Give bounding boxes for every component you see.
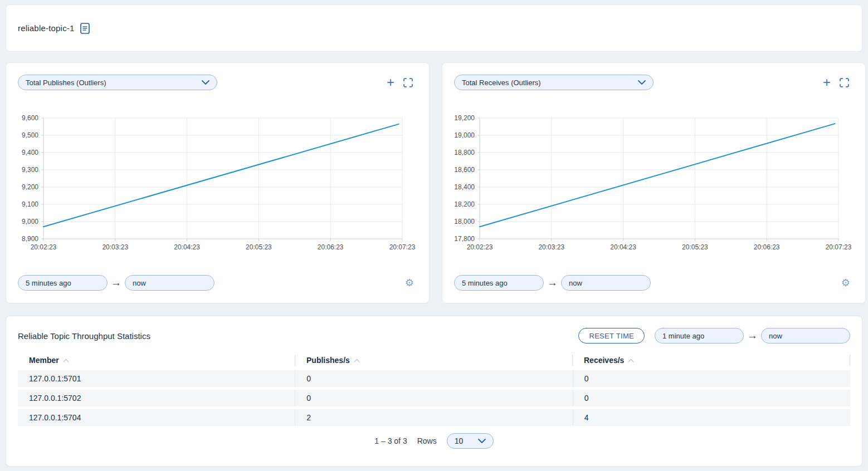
svg-text:18,800: 18,800 — [454, 149, 475, 156]
svg-text:9,000: 9,000 — [22, 218, 38, 225]
svg-text:18,000: 18,000 — [454, 218, 475, 225]
time-to-input[interactable]: now — [561, 275, 651, 291]
reset-time-button[interactable]: RESET TIME — [578, 328, 645, 344]
svg-text:20:02:23: 20:02:23 — [31, 243, 57, 251]
time-to-value: now — [569, 279, 582, 287]
chevron-down-icon — [638, 80, 646, 85]
table-time-to-input[interactable]: now — [761, 328, 850, 344]
cell-member: 127.0.0.1:5704 — [18, 409, 295, 426]
table-row[interactable]: 127.0.0.1:5702 0 0 — [18, 390, 850, 406]
svg-text:9,500: 9,500 — [22, 131, 38, 139]
svg-text:20:05:23: 20:05:23 — [682, 243, 708, 251]
column-header-publishes[interactable]: Publishes/s — [295, 355, 572, 366]
gear-icon[interactable]: ⚙ — [841, 278, 850, 288]
svg-text:20:06:23: 20:06:23 — [754, 243, 780, 251]
column-header-member[interactable]: Member — [18, 355, 295, 366]
cell-publishes: 0 — [295, 370, 572, 387]
metric-select-value: Total Receives (Outliers) — [462, 78, 541, 87]
svg-text:9,600: 9,600 — [22, 114, 38, 122]
line-chart-total-publishes: 8,9009,0009,1009,2009,3009,4009,5009,600… — [18, 114, 417, 254]
svg-text:20:06:23: 20:06:23 — [318, 243, 344, 251]
cell-receives: 0 — [573, 390, 850, 406]
svg-text:17,800: 17,800 — [454, 235, 475, 243]
svg-text:18,600: 18,600 — [454, 166, 475, 174]
add-chart-icon[interactable]: + — [823, 78, 831, 87]
rows-per-page-select[interactable]: 10 — [447, 433, 494, 449]
svg-text:20:05:23: 20:05:23 — [246, 243, 272, 251]
svg-text:20:02:23: 20:02:23 — [467, 243, 493, 251]
rows-per-page-value: 10 — [455, 436, 464, 445]
chart-card-total-receives: Total Receives (Outliers) + 17,80018,000… — [442, 62, 866, 303]
gear-icon[interactable]: ⚙ — [405, 278, 414, 288]
cell-receives: 4 — [573, 409, 850, 426]
metric-select-publishes[interactable]: Total Publishes (Outliers) — [18, 75, 217, 90]
column-header-receives[interactable]: Receives/s — [572, 355, 850, 366]
page-range: 1 – 3 of 3 — [374, 436, 407, 445]
table-row[interactable]: 127.0.0.1:5701 0 0 — [18, 370, 850, 387]
chevron-down-icon — [478, 439, 486, 443]
svg-text:19,000: 19,000 — [454, 131, 475, 139]
expand-icon[interactable] — [403, 78, 413, 87]
document-icon[interactable] — [80, 23, 90, 34]
table-row[interactable]: 127.0.0.1:5704 2 4 — [18, 409, 850, 426]
time-to-input[interactable]: now — [125, 275, 214, 291]
svg-text:20:07:23: 20:07:23 — [389, 243, 416, 251]
cell-publishes: 2 — [295, 409, 572, 426]
chart-card-total-publishes: Total Publishes (Outliers) + 8,9009,0009… — [6, 62, 430, 303]
cell-member: 127.0.0.1:5701 — [18, 370, 295, 387]
svg-text:8,900: 8,900 — [22, 235, 38, 243]
time-from-value: 5 minutes ago — [462, 279, 508, 287]
page-title: reliable-topic-1 — [18, 23, 75, 33]
table-time-from-value: 1 minute ago — [662, 332, 704, 340]
pagination: 1 – 3 of 3 Rows 10 — [18, 433, 850, 449]
table-header-row: Member Publishes/s Receives/s — [18, 353, 850, 367]
charts-row: Total Publishes (Outliers) + 8,9009,0009… — [6, 62, 862, 303]
time-from-input[interactable]: 5 minutes ago — [18, 275, 108, 291]
svg-text:20:04:23: 20:04:23 — [174, 243, 200, 251]
svg-text:20:04:23: 20:04:23 — [610, 243, 636, 251]
svg-text:9,400: 9,400 — [22, 149, 38, 156]
svg-text:18,200: 18,200 — [454, 200, 475, 208]
topic-header-card: reliable-topic-1 — [6, 4, 862, 52]
arrow-right-icon: → — [747, 330, 758, 342]
table-time-from-input[interactable]: 1 minute ago — [655, 328, 744, 344]
svg-text:20:03:23: 20:03:23 — [538, 243, 564, 251]
sort-asc-icon[interactable] — [354, 359, 360, 362]
svg-text:9,200: 9,200 — [22, 183, 38, 191]
sort-asc-icon[interactable] — [628, 359, 634, 362]
arrow-right-icon: → — [547, 277, 558, 289]
time-from-value: 5 minutes ago — [26, 279, 71, 287]
cell-receives: 0 — [573, 370, 850, 387]
svg-text:20:03:23: 20:03:23 — [102, 243, 128, 251]
svg-text:9,100: 9,100 — [22, 200, 38, 208]
svg-text:9,300: 9,300 — [22, 166, 38, 174]
svg-text:18,400: 18,400 — [454, 183, 475, 191]
sort-asc-icon[interactable] — [63, 359, 69, 362]
cell-member: 127.0.0.1:5702 — [18, 390, 295, 406]
throughput-statistics-card: Reliable Topic Throughput Statistics RES… — [6, 316, 862, 467]
arrow-right-icon: → — [111, 277, 121, 289]
svg-text:20:07:23: 20:07:23 — [826, 243, 852, 251]
svg-text:19,200: 19,200 — [454, 114, 475, 122]
time-from-input[interactable]: 5 minutes ago — [454, 275, 544, 291]
cell-publishes: 0 — [295, 390, 572, 406]
table-time-to-value: now — [769, 332, 782, 340]
table-title: Reliable Topic Throughput Statistics — [18, 331, 150, 341]
rows-per-page-label: Rows — [417, 436, 437, 445]
metric-select-receives[interactable]: Total Receives (Outliers) — [454, 75, 654, 90]
metric-select-value: Total Publishes (Outliers) — [26, 78, 106, 87]
time-to-value: now — [133, 279, 146, 287]
add-chart-icon[interactable]: + — [387, 78, 394, 87]
chevron-down-icon — [202, 80, 209, 85]
expand-icon[interactable] — [840, 78, 849, 87]
line-chart-total-receives: 17,80018,00018,20018,40018,60018,80019,0… — [454, 114, 854, 254]
